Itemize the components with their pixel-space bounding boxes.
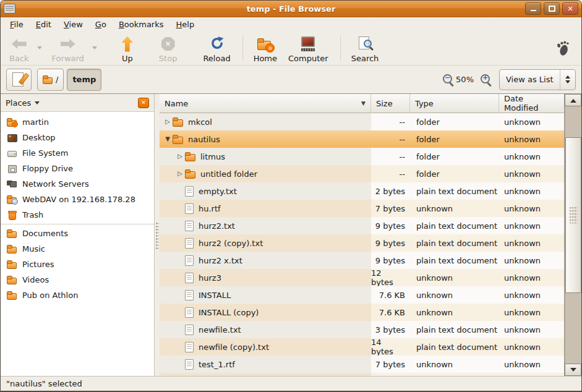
file-name: nautilus (188, 135, 220, 144)
maximize-button[interactable] (544, 2, 560, 15)
window-icon (4, 4, 15, 14)
back-button[interactable]: Back (4, 32, 34, 64)
close-icon: ✕ (567, 6, 573, 12)
date-cell: unknown (499, 182, 564, 200)
up-label: Up (122, 54, 133, 63)
search-button[interactable]: Search (346, 32, 384, 64)
zoom-out-icon: − (444, 74, 451, 82)
column-header-name[interactable]: Name▼ (160, 94, 371, 113)
sidebar-item-file-system[interactable]: File System (1, 145, 154, 161)
size-cell: 12 bytes (371, 269, 410, 286)
view-mode-select[interactable]: View as List (499, 69, 576, 90)
toolbar-separator (242, 35, 243, 61)
column-label: Date Modified (504, 94, 559, 113)
file-row-litmus[interactable]: ▷litmus--folderunknown (160, 148, 564, 165)
computer-button[interactable]: Computer (283, 32, 333, 64)
size-cell: 9 bytes (371, 217, 410, 234)
menu-edit[interactable]: Edit (30, 19, 57, 30)
sidebar-item-trash[interactable]: Trash (1, 207, 154, 223)
name-cell: newfile (copy).txt (160, 338, 371, 356)
file-row-hurz2-copy-txt[interactable]: hurz2 (copy).txt9 bytesplain text docume… (160, 234, 564, 252)
scrollbar-thumb[interactable] (565, 137, 581, 293)
vertical-scrollbar[interactable] (564, 94, 581, 376)
expander-collapsed-icon[interactable]: ▷ (163, 119, 173, 125)
file-list: Name▼SizeTypeDate Modified ▷mkcol--folde… (160, 94, 564, 376)
main-area: Places ✕ martinDesktopFile SystemFloppy … (1, 93, 581, 376)
column-header-date-modified[interactable]: Date Modified (499, 94, 564, 113)
zoom-out-button[interactable]: − (443, 74, 455, 85)
folder-icon (43, 74, 53, 85)
sidebar-item-floppy-drive[interactable]: Floppy Drive (1, 161, 154, 176)
sidebar-item-desktop[interactable]: Desktop (1, 130, 154, 145)
column-header-size[interactable]: Size (371, 94, 410, 113)
sidebar-item-martin[interactable]: martin (1, 114, 154, 130)
home-button[interactable]: Home (249, 32, 282, 64)
caret-down-icon (35, 101, 40, 107)
reload-button[interactable]: Reload (198, 32, 235, 64)
forward-button[interactable]: Forward (47, 32, 89, 64)
places-selector[interactable]: Places (6, 98, 40, 108)
forward-dropdown-button[interactable] (90, 33, 100, 63)
file-row-install-copy[interactable]: INSTALL (copy)7.6 KBunknownunknown (160, 304, 564, 321)
menu-go[interactable]: Go (90, 19, 112, 30)
minimize-button[interactable] (525, 2, 541, 15)
menu-bookmarks[interactable]: Bookmarks (113, 19, 169, 30)
titlebar[interactable]: temp - File Browser ✕ (1, 1, 581, 17)
file-row-hurz2-x-txt[interactable]: hurz2 x.txt9 bytesplain text documentunk… (160, 252, 564, 269)
sidebar-item-documents[interactable]: Documents (1, 226, 154, 241)
zoom-in-button[interactable]: + (481, 74, 492, 85)
type-cell: folder (410, 148, 499, 165)
close-button[interactable]: ✕ (562, 2, 578, 15)
column-label: Type (415, 99, 434, 108)
size-cell: 7.6 KB (371, 304, 410, 321)
size-cell: 2 bytes (371, 182, 410, 200)
column-header-type[interactable]: Type (410, 94, 499, 113)
file-row-install[interactable]: INSTALL7.6 KBunknownunknown (160, 286, 564, 304)
date-cell: unknown (499, 252, 564, 269)
stop-button[interactable]: ✕Stop (154, 32, 182, 64)
file-row-newfile-txt[interactable]: newfile.txt3 bytesplain text documentunk… (160, 321, 564, 338)
scroll-up-button[interactable] (565, 94, 581, 106)
path-root-button[interactable]: / (37, 69, 64, 91)
up-button[interactable]: Up (117, 32, 138, 64)
scrollbar-trough[interactable] (565, 106, 581, 364)
sidebar-item-network-servers[interactable]: Network Servers (1, 176, 154, 192)
gnome-foot-icon (554, 40, 571, 57)
sidebar-item-music[interactable]: Music (1, 241, 154, 257)
expander-collapsed-icon[interactable]: ▷ (175, 153, 185, 160)
document-icon (185, 325, 194, 335)
file-name: hurz2 (copy).txt (199, 239, 263, 248)
file-row-nautilus[interactable]: ▼nautilus--folderunknown (160, 130, 564, 148)
scroll-down-button[interactable] (565, 364, 581, 376)
menu-file[interactable]: File (4, 19, 29, 30)
folder-icon (7, 275, 17, 285)
path-current-button[interactable]: temp (67, 69, 101, 91)
folder-icon (173, 117, 183, 127)
back-dropdown-button[interactable] (35, 33, 45, 63)
file-row-hurz2-txt[interactable]: hurz2.txt9 bytesplain text documentunkno… (160, 217, 564, 234)
expander-expanded-icon[interactable]: ▼ (163, 136, 173, 142)
file-row-newfile-copy-txt[interactable]: newfile (copy).txt14 bytesplain text doc… (160, 338, 564, 356)
sidebar-item-pictures[interactable]: Pictures (1, 257, 154, 272)
column-label: Name (165, 99, 188, 108)
edit-location-button[interactable] (6, 69, 32, 91)
file-row-hu-rtf[interactable]: hu.rtf7 bytesunknownunknown (160, 200, 564, 217)
sidebar-item-videos[interactable]: Videos (1, 272, 154, 288)
menu-help[interactable]: Help (171, 19, 200, 30)
sidebar-item-pub-on-athlon[interactable]: Pub on Athlon (1, 288, 154, 303)
file-row-empty-txt[interactable]: empty.txt2 bytesplain text documentunkno… (160, 182, 564, 200)
file-row-untitled-folder[interactable]: ▷untitled folder--folderunknown (160, 165, 564, 182)
view-mode-spinner[interactable] (560, 70, 575, 90)
sidebar-item-webdav-on-192-168-178-28[interactable]: WebDAV on 192.168.178.28 (1, 192, 154, 207)
pane-divider[interactable] (155, 94, 160, 376)
file-row-hurz3[interactable]: hurz312 bytesunknownunknown (160, 269, 564, 286)
file-name: hu.rtf (199, 204, 221, 213)
expander-collapsed-icon[interactable]: ▷ (175, 171, 185, 177)
file-row-mkcol[interactable]: ▷mkcol--folderunknown (160, 113, 564, 130)
menu-view[interactable]: View (58, 19, 88, 30)
sidebar-close-button[interactable]: ✕ (138, 98, 149, 108)
file-row-test-1-rtf[interactable]: test_1.rtf7 bytesunknownunknown (160, 356, 564, 373)
name-cell: hurz2 x.txt (160, 252, 371, 269)
folder-icon (7, 290, 17, 300)
name-cell: hurz2.txt (160, 217, 371, 234)
